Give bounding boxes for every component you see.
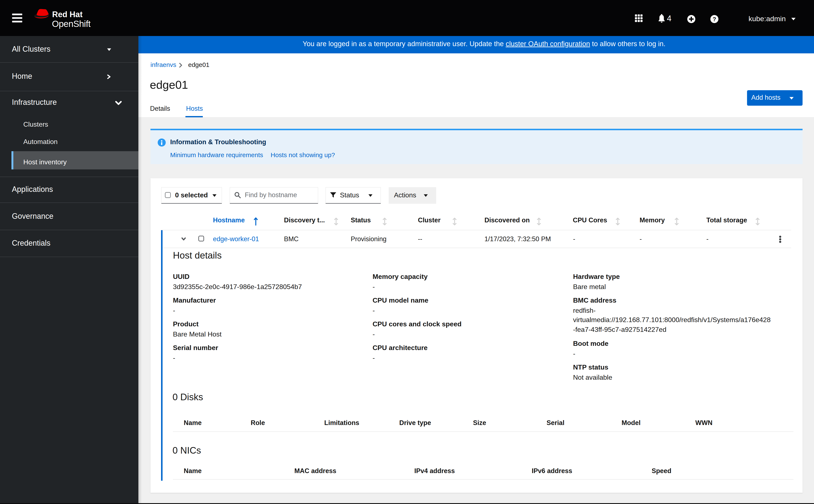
svg-text:?: ? [713, 16, 716, 22]
